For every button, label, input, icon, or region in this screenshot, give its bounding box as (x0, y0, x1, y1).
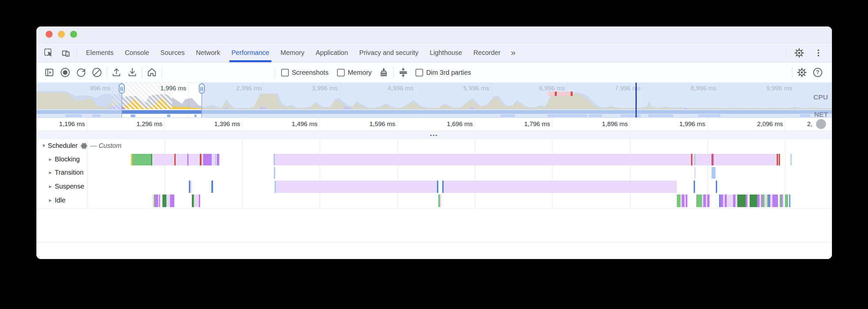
more-tabs-button[interactable]: » (506, 48, 520, 58)
track-bar[interactable] (790, 154, 792, 165)
track-bar[interactable] (769, 194, 770, 207)
toggle-sidebar-icon[interactable] (43, 66, 56, 79)
track-bar[interactable] (694, 181, 695, 193)
load-profile-icon[interactable] (110, 66, 123, 79)
track-header-scheduler[interactable]: ▾ Scheduler — Custom (42, 142, 121, 150)
selection-right-handle[interactable]: || (199, 83, 205, 94)
track-bar[interactable] (686, 194, 687, 207)
track-bar[interactable] (274, 167, 275, 179)
pane-resize-row[interactable]: ••• (36, 131, 832, 140)
expand-triangle-icon[interactable]: ▸ (49, 183, 52, 190)
track-bar[interactable] (695, 154, 712, 165)
track-bar[interactable] (720, 194, 723, 207)
track-bar[interactable] (194, 194, 199, 207)
tab-application[interactable]: Application (310, 43, 353, 62)
track-row-label-idle[interactable]: ▸Idle (49, 196, 65, 204)
track-bar[interactable] (217, 154, 219, 165)
track-bar[interactable] (166, 194, 170, 207)
clear-icon[interactable] (91, 66, 103, 79)
track-bar[interactable] (750, 194, 757, 207)
track-bar[interactable] (443, 181, 677, 193)
track-bar[interactable] (789, 194, 790, 207)
tab-lighthouse[interactable]: Lighthouse (424, 43, 468, 62)
checkbox-box[interactable] (281, 69, 289, 76)
track-bar[interactable] (176, 154, 187, 165)
tab-elements[interactable]: Elements (81, 43, 119, 62)
checkbox-box[interactable] (415, 69, 423, 76)
collect-garbage-icon[interactable] (377, 66, 390, 79)
track-bar[interactable] (437, 181, 438, 193)
track-bar[interactable] (714, 154, 777, 165)
track-bar[interactable] (162, 194, 166, 207)
zoom-window-button[interactable] (70, 31, 77, 38)
live-metrics-home-icon[interactable] (146, 66, 158, 79)
track-bar[interactable] (727, 194, 733, 207)
kebab-menu-icon[interactable] (812, 47, 825, 59)
track-bar[interactable] (677, 194, 680, 207)
track-bar[interactable] (155, 194, 158, 207)
resize-grip-dots[interactable]: ••• (430, 134, 438, 137)
track-bar[interactable] (276, 181, 437, 193)
track-bar[interactable] (765, 194, 767, 207)
track-bar[interactable] (275, 154, 691, 165)
device-toolbar-icon[interactable] (60, 47, 72, 59)
track-bar[interactable] (747, 194, 749, 207)
tab-console[interactable]: Console (119, 43, 154, 62)
flamechart-tracks[interactable]: ▾ Scheduler — Custom ▸Blocking▸Transitio… (36, 139, 832, 237)
track-bar[interactable] (757, 194, 760, 207)
track-bar[interactable] (212, 154, 215, 165)
track-bar[interactable] (199, 194, 200, 207)
expand-triangle-icon[interactable]: ▸ (49, 169, 52, 176)
tab-network[interactable]: Network (190, 43, 226, 62)
timeline-overview[interactable]: 996 ms1,996 ms2,996 ms3,996 ms4,996 ms5,… (36, 83, 832, 118)
track-bar[interactable] (716, 181, 717, 193)
tab-performance[interactable]: Performance (226, 43, 275, 62)
record-and-reload-icon[interactable] (75, 66, 87, 79)
record-icon[interactable] (59, 66, 71, 79)
track-bar[interactable] (153, 194, 154, 207)
track-bar[interactable] (696, 194, 702, 207)
minimize-window-button[interactable] (58, 31, 65, 38)
inspect-element-icon[interactable] (42, 47, 55, 59)
track-bar[interactable] (152, 154, 174, 165)
track-bar[interactable] (712, 167, 715, 179)
track-bar[interactable] (733, 194, 735, 207)
track-bar[interactable] (211, 181, 213, 193)
track-bar[interactable] (159, 194, 160, 207)
tab-privacy-and-security[interactable]: Privacy and security (353, 43, 424, 62)
tab-memory[interactable]: Memory (275, 43, 310, 62)
settings-gear-icon[interactable] (793, 47, 805, 59)
help-icon[interactable]: ? (811, 66, 824, 79)
expand-triangle-icon[interactable]: ▸ (49, 156, 52, 163)
memory-checkbox[interactable]: Memory (335, 69, 374, 76)
track-bar[interactable] (440, 194, 441, 207)
track-bar[interactable] (737, 194, 746, 207)
scrollbar-thumb[interactable] (816, 119, 826, 129)
save-profile-icon[interactable] (126, 66, 138, 79)
capture-settings-gear-icon[interactable] (796, 66, 808, 79)
track-bar[interactable] (215, 154, 216, 165)
track-bar[interactable] (190, 181, 192, 193)
tab-sources[interactable]: Sources (155, 43, 190, 62)
track-bar[interactable] (132, 154, 151, 165)
collapse-sections-icon[interactable] (397, 66, 409, 79)
track-row-label-suspense[interactable]: ▸Suspense (49, 183, 84, 190)
track-bar[interactable] (779, 154, 780, 165)
close-window-button[interactable] (45, 31, 53, 38)
track-bar[interactable] (203, 154, 212, 165)
track-bar[interactable] (772, 194, 778, 207)
selection-left-handle[interactable]: || (119, 83, 125, 94)
expand-triangle-icon[interactable]: ▸ (49, 197, 52, 204)
track-bar[interactable] (170, 194, 174, 207)
track-bar[interactable] (682, 194, 684, 207)
tab-recorder[interactable]: Recorder (468, 43, 506, 62)
track-bar[interactable] (785, 194, 788, 207)
track-row-label-transition[interactable]: ▸Transition (49, 169, 84, 176)
track-bar[interactable] (783, 194, 784, 207)
track-bar[interactable] (703, 194, 706, 207)
track-bar[interactable] (788, 194, 788, 207)
checkbox-box[interactable] (337, 69, 345, 76)
track-row-label-blocking[interactable]: ▸Blocking (49, 155, 80, 163)
dim-3rd-parties-checkbox[interactable]: Dim 3rd parties (413, 69, 474, 76)
track-bar[interactable] (707, 194, 710, 207)
